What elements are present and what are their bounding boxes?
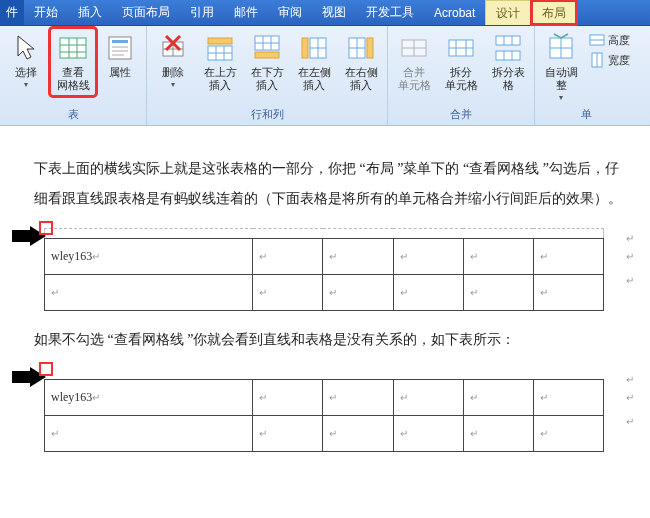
table-1-wrap: ↵ wley163↵ ↵ ↵ ↵ ↵ ↵ ↵ ↵ ↵ ↵ ↵ ↵ ↵ ↵ xyxy=(44,228,622,311)
width-label: 宽度 xyxy=(608,53,630,68)
table-cell[interactable]: ↵ xyxy=(253,275,323,311)
svg-rect-1 xyxy=(60,38,86,58)
delete-button[interactable]: 删除 ▾ xyxy=(151,29,195,92)
svg-rect-29 xyxy=(302,38,308,58)
table-cell[interactable]: ↵ xyxy=(323,275,393,311)
autofit-button[interactable]: 自动调整 ▾ xyxy=(539,29,583,105)
table-cell[interactable]: wley163↵ xyxy=(45,379,253,415)
split-table-button[interactable]: 拆分表格 xyxy=(486,29,530,95)
group-rows-cols: 删除 ▾ 在上方插入 在下方插入 在左侧插入 在右侧插入 行和列 xyxy=(147,26,388,125)
svg-rect-25 xyxy=(255,52,279,58)
ribbon-tabs: 件 开始 插入 页面布局 引用 邮件 审阅 视图 开发工具 Acrobat 设计… xyxy=(0,0,650,26)
table-cell[interactable]: ↵ xyxy=(253,415,323,451)
select-label: 选择 xyxy=(15,66,37,79)
tab-mailings[interactable]: 邮件 xyxy=(224,0,268,25)
properties-label: 属性 xyxy=(109,66,131,79)
split-cells-icon xyxy=(445,32,477,64)
table-cell[interactable]: ↵ xyxy=(253,239,323,275)
height-label: 高度 xyxy=(608,33,630,48)
insert-left-button[interactable]: 在左侧插入 xyxy=(292,29,336,95)
svg-rect-41 xyxy=(496,36,520,45)
table-row[interactable]: wley163↵ ↵ ↵ ↵ ↵ ↵ xyxy=(45,379,604,415)
tab-page-layout[interactable]: 页面布局 xyxy=(112,0,180,25)
table-cell[interactable]: ↵ xyxy=(253,379,323,415)
group-rowscols-label: 行和列 xyxy=(151,105,383,125)
properties-button[interactable]: 属性 xyxy=(98,29,142,82)
table-cell[interactable]: ↵ xyxy=(45,415,253,451)
properties-icon xyxy=(104,32,136,64)
svg-rect-20 xyxy=(208,38,232,44)
table-cell[interactable]: ↵ xyxy=(533,275,603,311)
table-cell[interactable]: ↵ xyxy=(463,239,533,275)
group-merge-label: 合并 xyxy=(392,105,530,125)
tab-references[interactable]: 引用 xyxy=(180,0,224,25)
chevron-down-icon: ▾ xyxy=(171,80,175,89)
insert-above-button[interactable]: 在上方插入 xyxy=(198,29,242,95)
insert-right-label: 在右侧插入 xyxy=(341,66,381,92)
tab-insert[interactable]: 插入 xyxy=(68,0,112,25)
table-corner-highlight xyxy=(39,362,53,376)
table-cell[interactable]: ↵ xyxy=(463,415,533,451)
table-row[interactable]: wley163↵ ↵ ↵ ↵ ↵ ↵ xyxy=(45,239,604,275)
autofit-label: 自动调整 xyxy=(541,66,581,92)
insert-right-button[interactable]: 在右侧插入 xyxy=(339,29,383,95)
table-cell[interactable]: ↵ xyxy=(393,275,463,311)
tab-developer[interactable]: 开发工具 xyxy=(356,0,424,25)
tab-design[interactable]: 设计 xyxy=(485,0,531,25)
split-table-label: 拆分表格 xyxy=(488,66,528,92)
table-2[interactable]: wley163↵ ↵ ↵ ↵ ↵ ↵ ↵ ↵ ↵ ↵ ↵ ↵ xyxy=(44,369,604,452)
insert-above-label: 在上方插入 xyxy=(200,66,240,92)
table-cell[interactable]: ↵ xyxy=(393,415,463,451)
autofit-icon xyxy=(545,32,577,64)
split-cells-button[interactable]: 拆分 单元格 xyxy=(439,29,483,95)
table-cell[interactable]: ↵ xyxy=(323,239,393,275)
tab-file[interactable]: 件 xyxy=(0,0,24,25)
table-corner-highlight xyxy=(39,221,53,235)
table-cell[interactable]: ↵ xyxy=(463,379,533,415)
table-cell[interactable]: ↵ xyxy=(533,415,603,451)
ribbon: 选择 ▾ 查看 网格线 属性 表 删除 ▾ 在上方插入 xyxy=(0,26,650,126)
group-merge: 合并 单元格 拆分 单元格 拆分表格 合并 xyxy=(388,26,535,125)
table-cell[interactable]: ↵ xyxy=(463,275,533,311)
paragraph-2: 如果不勾选 “查看网格线 ”你就会看到直线和表格是没有关系的，如下表所示： xyxy=(34,325,622,355)
table-row[interactable]: ↵ ↵ ↵ ↵ ↵ ↵ xyxy=(45,415,604,451)
cursor-icon xyxy=(10,32,42,64)
delete-label: 删除 xyxy=(162,66,184,79)
para-mark: ↵ xyxy=(626,407,634,437)
row-height-button[interactable]: 高度 xyxy=(586,31,633,49)
height-icon xyxy=(589,32,605,48)
insert-below-icon xyxy=(251,32,283,64)
table-cell[interactable]: ↵ xyxy=(393,379,463,415)
merge-icon xyxy=(398,32,430,64)
group-table-label: 表 xyxy=(4,105,142,125)
chevron-down-icon: ▾ xyxy=(24,80,28,89)
tab-layout[interactable]: 布局 xyxy=(531,0,577,25)
insert-below-label: 在下方插入 xyxy=(247,66,287,92)
insert-above-icon xyxy=(204,32,236,64)
col-width-button[interactable]: 宽度 xyxy=(586,51,633,69)
tab-acrobat[interactable]: Acrobat xyxy=(424,0,485,25)
tab-review[interactable]: 审阅 xyxy=(268,0,312,25)
table-cell[interactable]: ↵ xyxy=(323,379,393,415)
table-row[interactable]: ↵ ↵ ↵ ↵ ↵ ↵ xyxy=(45,275,604,311)
table-1[interactable]: wley163↵ ↵ ↵ ↵ ↵ ↵ ↵ ↵ ↵ ↵ ↵ ↵ xyxy=(44,228,604,311)
select-button[interactable]: 选择 ▾ xyxy=(4,29,48,92)
table-cell[interactable]: ↵ xyxy=(533,379,603,415)
view-gridlines-button[interactable]: 查看 网格线 xyxy=(51,29,95,95)
table-cell[interactable]: ↵ xyxy=(323,415,393,451)
paragraph-1: 下表上面的横线实际上就是这张表格的一部分，你把 “布局 ”菜单下的 “查看网格线… xyxy=(34,154,622,214)
table-cell[interactable]: ↵ xyxy=(393,239,463,275)
insert-below-button[interactable]: 在下方插入 xyxy=(245,29,289,95)
width-icon xyxy=(589,52,605,68)
table-cell[interactable]: ↵ xyxy=(533,239,603,275)
group-table: 选择 ▾ 查看 网格线 属性 表 xyxy=(0,26,147,125)
gridlines-label: 查看 网格线 xyxy=(57,66,90,92)
tab-home[interactable]: 开始 xyxy=(24,0,68,25)
split-table-icon xyxy=(492,32,524,64)
table-cell[interactable]: wley163↵ xyxy=(45,239,253,275)
split-cells-label: 拆分 单元格 xyxy=(445,66,478,92)
delete-icon xyxy=(157,32,189,64)
table-cell[interactable]: ↵ xyxy=(45,275,253,311)
merge-cells-button[interactable]: 合并 单元格 xyxy=(392,29,436,95)
tab-view[interactable]: 视图 xyxy=(312,0,356,25)
